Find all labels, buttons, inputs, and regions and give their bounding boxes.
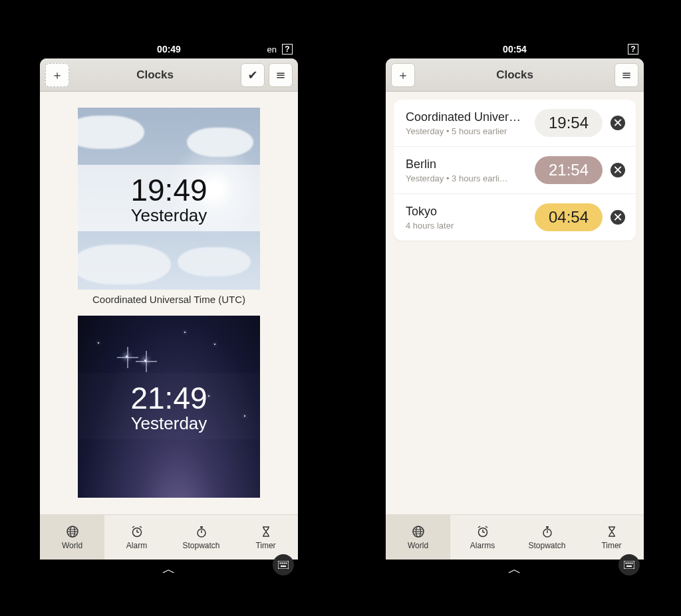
- star-decoration: [184, 332, 186, 333]
- tile-time: 19:49 Yesterday: [78, 172, 260, 226]
- header-title: Clocks: [73, 68, 237, 82]
- globe-icon: [66, 525, 79, 538]
- star-decoration: [124, 354, 131, 361]
- close-icon: ✕: [613, 211, 622, 223]
- nav-strip: ︿: [40, 560, 298, 578]
- world-clock-tile[interactable]: 21:49 Yesterday: [78, 316, 260, 498]
- tab-timer[interactable]: Timer: [233, 515, 298, 560]
- delete-row-button[interactable]: ✕: [611, 163, 625, 177]
- world-clock-row[interactable]: Tokyo 4 hours later 04:54 ✕: [394, 194, 636, 241]
- status-time: 00:54: [503, 44, 527, 54]
- hamburger-icon: ≡: [621, 69, 631, 81]
- row-description: 4 hours later: [406, 221, 528, 231]
- tile-time-sub: Yesterday: [78, 205, 260, 226]
- add-clock-button[interactable]: ＋: [391, 63, 415, 87]
- hourglass-icon: [259, 525, 273, 538]
- header-bar: ＋ Clocks ≡: [386, 58, 644, 92]
- tab-label: Alarm: [126, 541, 147, 550]
- svg-line-25: [485, 526, 487, 528]
- svg-rect-28: [546, 526, 549, 528]
- tab-label: Timer: [601, 541, 621, 550]
- header-bar: ＋ Clocks ✔ ≡: [40, 58, 298, 92]
- plus-icon: ＋: [397, 69, 409, 81]
- svg-rect-31: [626, 563, 627, 564]
- tab-stopwatch[interactable]: Stopwatch: [515, 515, 579, 560]
- svg-rect-15: [284, 563, 285, 564]
- alarm-icon: [476, 525, 489, 538]
- tile-time-value: 21:49: [78, 380, 260, 416]
- tab-label: World: [62, 541, 82, 550]
- cloud-decoration: [178, 247, 251, 276]
- keyboard-icon: [278, 561, 289, 569]
- keyboard-icon: [624, 561, 634, 569]
- world-clock-tile[interactable]: 19:49 Yesterday: [78, 108, 260, 290]
- cloud-decoration: [78, 116, 144, 149]
- select-button[interactable]: ✔: [241, 63, 265, 87]
- phone-left: 00:49 en ? ＋ Clocks ✔ ≡: [40, 40, 298, 578]
- row-city: Tokyo: [406, 205, 528, 219]
- row-time-pill: 21:54: [535, 156, 603, 184]
- svg-line-7: [140, 526, 142, 528]
- row-time-pill: 04:54: [535, 203, 603, 231]
- tab-world[interactable]: World: [386, 515, 450, 560]
- chevron-up-icon[interactable]: ︿: [162, 562, 176, 575]
- tab-label: World: [408, 541, 428, 550]
- status-bar: 00:49 en ?: [40, 40, 298, 58]
- content-area[interactable]: Coordinated Univer… Yesterday • 5 hours …: [386, 92, 644, 514]
- row-text: Tokyo 4 hours later: [406, 205, 535, 231]
- tile-time: 21:49 Yesterday: [78, 380, 260, 434]
- tab-stopwatch[interactable]: Stopwatch: [169, 515, 233, 560]
- row-city: Coordinated Univer…: [406, 110, 528, 124]
- world-clock-list: Coordinated Univer… Yesterday • 5 hours …: [394, 100, 636, 241]
- star-decoration: [98, 342, 99, 344]
- tab-alarms[interactable]: Alarms: [450, 515, 515, 560]
- tab-label: Timer: [255, 541, 275, 550]
- menu-button[interactable]: ≡: [614, 63, 638, 87]
- row-description: Yesterday • 5 hours earlier: [406, 126, 528, 136]
- menu-button[interactable]: ≡: [269, 63, 293, 87]
- globe-icon: [412, 525, 425, 538]
- stopwatch-icon: [195, 525, 208, 538]
- svg-rect-10: [200, 526, 203, 528]
- row-text: Berlin Yesterday • 3 hours earli…: [406, 157, 535, 183]
- svg-rect-35: [626, 565, 632, 567]
- check-icon: ✔: [247, 69, 257, 81]
- svg-rect-12: [278, 561, 289, 569]
- add-clock-button[interactable]: ＋: [45, 63, 69, 87]
- svg-rect-13: [280, 563, 281, 564]
- star-decoration: [143, 358, 150, 365]
- world-clock-tiles: 19:49 Yesterday Coordinated Universal Ti…: [40, 92, 298, 510]
- bottom-tabs: World Alarms Stopwatc: [386, 514, 644, 560]
- chevron-up-icon[interactable]: ︿: [508, 562, 521, 575]
- tile-time-sub: Yesterday: [78, 413, 260, 434]
- svg-rect-34: [632, 563, 633, 564]
- tile-time-value: 19:49: [78, 172, 260, 208]
- world-clock-row[interactable]: Coordinated Univer… Yesterday • 5 hours …: [394, 100, 636, 147]
- star-decoration: [214, 344, 215, 345]
- world-clock-row[interactable]: Berlin Yesterday • 3 hours earli… 21:54 …: [394, 147, 636, 194]
- keyboard-button[interactable]: [618, 554, 640, 575]
- keyboard-button[interactable]: [273, 554, 294, 575]
- hourglass-icon: [605, 525, 618, 538]
- header-title: Clocks: [419, 68, 611, 82]
- svg-rect-16: [286, 563, 287, 564]
- cloud-decoration: [78, 245, 171, 284]
- tab-label: Stopwatch: [182, 541, 219, 550]
- delete-row-button[interactable]: ✕: [611, 116, 625, 130]
- svg-rect-30: [624, 561, 634, 569]
- close-icon: ✕: [613, 117, 622, 129]
- tab-alarm[interactable]: Alarm: [104, 515, 169, 560]
- status-help-icon: ?: [282, 44, 293, 54]
- stopwatch-icon: [541, 525, 554, 538]
- plus-icon: ＋: [51, 69, 63, 81]
- tab-world[interactable]: World: [40, 515, 104, 560]
- status-language: en: [267, 45, 277, 54]
- cloud-decoration: [187, 128, 253, 157]
- tab-timer[interactable]: Timer: [579, 515, 644, 560]
- delete-row-button[interactable]: ✕: [611, 210, 625, 225]
- tile-caption: Coordinated Universal Time (UTC): [48, 294, 290, 305]
- alarm-icon: [130, 525, 144, 538]
- content-area[interactable]: 19:49 Yesterday Coordinated Universal Ti…: [40, 92, 298, 514]
- tab-label: Stopwatch: [528, 541, 565, 550]
- hamburger-icon: ≡: [275, 69, 285, 81]
